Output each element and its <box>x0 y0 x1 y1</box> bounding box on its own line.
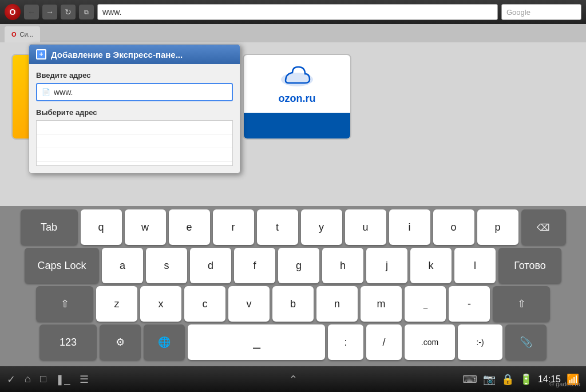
smiley-key[interactable]: :-) <box>458 324 502 360</box>
windows-button[interactable]: □ <box>40 373 46 385</box>
caps-lock-key[interactable]: Caps Lock <box>25 248 99 283</box>
caps-lock-label: Caps Lock <box>37 260 86 272</box>
address-list-row <box>37 148 232 162</box>
add-to-express-dialog: + Добавление в Экспресс-пане... Введите … <box>29 44 240 173</box>
ozon-blue-bar <box>244 113 350 138</box>
dialog-body: Введите адрес 📄 www. Выберите адрес <box>29 64 240 173</box>
g-key[interactable]: g <box>278 248 319 283</box>
virtual-keyboard: Tab q w e r t y u i o p ⌫ Caps Lock a s … <box>0 206 586 366</box>
o-key[interactable]: o <box>433 209 474 245</box>
forward-button[interactable]: → <box>42 5 57 19</box>
reload-button[interactable]: ↻ <box>61 5 76 19</box>
dialog-title-text: Добавление в Экспресс-пане... <box>51 50 183 60</box>
globe-key[interactable]: 🌐 <box>144 324 185 360</box>
up-button[interactable]: ⌃ <box>289 374 298 385</box>
l-key[interactable]: l <box>454 248 496 283</box>
space-key[interactable]: ⎯ <box>188 324 325 360</box>
copyright-text: © gados.ru <box>549 381 580 387</box>
p-key[interactable]: p <box>477 209 518 245</box>
url-input[interactable]: www. <box>97 4 498 20</box>
c-key[interactable]: c <box>184 286 225 322</box>
keyboard-row-4: 123 ⚙ 🌐 ⎯ : / .com :-) 📎 <box>2 324 584 360</box>
shift-left-key[interactable]: ⇧ <box>36 286 93 322</box>
input-page-icon: 📄 <box>42 88 50 96</box>
address-list[interactable] <box>36 120 233 166</box>
keyboard-row-1: Tab q w e r t y u i o p ⌫ <box>2 209 584 245</box>
dialog-title-bar: + Добавление в Экспресс-пане... <box>29 45 240 64</box>
choose-address-label: Выберите адрес <box>36 108 233 117</box>
dash-key[interactable]: - <box>449 286 490 322</box>
underscore-key[interactable]: _̲ <box>405 286 446 322</box>
shift-right-key[interactable]: ⇧ <box>493 286 550 322</box>
opera-logo[interactable]: O <box>5 4 21 20</box>
browser-toolbar: O ← → ↻ ⧉ www. Google <box>0 0 586 24</box>
t-key[interactable]: t <box>257 209 298 245</box>
menu-button[interactable]: ☰ <box>80 373 89 386</box>
d-key[interactable]: d <box>190 248 231 283</box>
done-label: Готово <box>514 260 546 272</box>
search-input[interactable]: Google <box>501 4 581 20</box>
r-key[interactable]: r <box>213 209 254 245</box>
address-input[interactable]: 📄 www. <box>36 83 233 101</box>
m-key[interactable]: m <box>361 286 402 322</box>
w-key[interactable]: w <box>125 209 166 245</box>
e-key[interactable]: e <box>169 209 210 245</box>
h-key[interactable]: h <box>322 248 363 283</box>
search-placeholder: Google <box>506 8 530 17</box>
u-key[interactable]: u <box>345 209 386 245</box>
y-key[interactable]: y <box>301 209 342 245</box>
slash-key[interactable]: / <box>366 324 402 360</box>
address-list-row <box>37 134 232 148</box>
ozon-icon <box>280 64 314 89</box>
dialog-add-icon: + <box>36 49 46 60</box>
done-key[interactable]: Готово <box>498 248 561 283</box>
colon-key[interactable]: : <box>328 324 363 360</box>
i-key[interactable]: i <box>389 209 430 245</box>
address-input-value: www. <box>54 88 73 97</box>
s-key[interactable]: s <box>146 248 187 283</box>
enter-address-label: Введите адрес <box>36 71 233 80</box>
tab-key[interactable]: Tab <box>21 209 78 245</box>
address-list-row <box>37 121 232 134</box>
v-key[interactable]: v <box>228 286 270 322</box>
keyboard-taskbar-icon[interactable]: ⌨ <box>462 373 477 386</box>
ozon-text: ozon.ru <box>279 93 316 105</box>
taskbar-left: ✓ ⌂ □ ❚⎯ ☰ <box>7 373 462 386</box>
keyboard-row-2: Caps Lock a s d f g h j k l Готово <box>2 248 584 283</box>
b-key[interactable]: b <box>272 286 314 322</box>
dotcom-key[interactable]: .com <box>405 324 455 360</box>
tabs-button[interactable]: ⧉ <box>79 5 94 19</box>
url-value: www. <box>102 7 121 17</box>
tabs-row: O Си... <box>0 24 586 42</box>
k-key[interactable]: k <box>410 248 452 283</box>
keyboard-row-3: ⇧ z x c v b n m _̲ - ⇧ <box>2 286 584 322</box>
z-key[interactable]: z <box>96 286 137 322</box>
home-button[interactable]: ⌂ <box>25 373 31 385</box>
taskbar-center: ⌃ <box>289 373 298 386</box>
n-key[interactable]: n <box>316 286 358 322</box>
x-key[interactable]: x <box>140 286 181 322</box>
attach-key[interactable]: 📎 <box>505 324 547 360</box>
settings-key[interactable]: ⚙ <box>100 324 141 360</box>
back-button[interactable]: ← <box>24 5 39 19</box>
q-key[interactable]: q <box>81 209 122 245</box>
camera-icon: 📷 <box>483 373 496 386</box>
a-key[interactable]: a <box>102 248 143 283</box>
fullscreen-button[interactable]: ❚⎯ <box>56 373 70 386</box>
taskbar: ✓ ⌂ □ ❚⎯ ☰ ⌃ ⌨ 📷 🔒 🔋 14:15 📶 © gados.ru <box>0 366 586 392</box>
numbers-key[interactable]: 123 <box>39 324 97 360</box>
battery-icon: 🔋 <box>520 373 532 386</box>
tab-label: Си... <box>20 31 33 38</box>
lock-icon: 🔒 <box>501 373 514 386</box>
j-key[interactable]: j <box>366 248 407 283</box>
tab-opera[interactable]: O Си... <box>5 26 40 42</box>
speed-dial-ozon[interactable]: ozon.ru <box>243 54 351 140</box>
back-taskbar-button[interactable]: ✓ <box>7 373 15 386</box>
backspace-key[interactable]: ⌫ <box>521 209 566 245</box>
f-key[interactable]: f <box>234 248 275 283</box>
